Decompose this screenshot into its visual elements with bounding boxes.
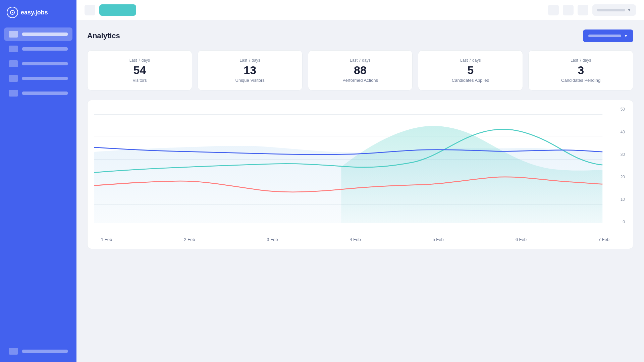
logo[interactable]: easy.jobs bbox=[0, 0, 76, 25]
y-label-10: 10 bbox=[621, 197, 625, 202]
topbar-icon-btn-2[interactable] bbox=[563, 5, 574, 15]
analytics-header: Analytics ▼ bbox=[87, 29, 633, 42]
stat-cards: Last 7 days 54 Visitors Last 7 days 13 U… bbox=[87, 50, 633, 90]
stat-label-3: Candidates Applied bbox=[452, 78, 489, 83]
stat-label-2: Performed Actions bbox=[342, 78, 378, 83]
analytics-period-dropdown[interactable]: ▼ bbox=[583, 29, 633, 42]
stat-label-4: Candidates Pending bbox=[561, 78, 600, 83]
bottom-icon bbox=[9, 348, 18, 355]
sidebar-nav bbox=[0, 25, 76, 103]
pipeline-icon bbox=[9, 75, 18, 82]
x-label-2: 3 Feb bbox=[267, 237, 278, 242]
topbar-active-tab[interactable] bbox=[99, 4, 136, 16]
stat-value-4: 3 bbox=[578, 64, 584, 76]
jobs-icon bbox=[9, 46, 18, 52]
stat-card-visitors: Last 7 days 54 Visitors bbox=[87, 50, 192, 90]
chart-container: 50 40 30 20 10 0 1 Feb 2 Feb 3 Feb 4 Feb… bbox=[87, 100, 633, 249]
y-label-0: 0 bbox=[623, 220, 625, 224]
x-label-3: 4 Feb bbox=[350, 237, 361, 242]
sidebar-item-bottom[interactable] bbox=[4, 345, 72, 358]
x-label-5: 6 Feb bbox=[516, 237, 527, 242]
y-label-20: 20 bbox=[621, 175, 625, 179]
topbar-icon-btn-1[interactable] bbox=[548, 5, 559, 15]
logo-text: easy.jobs bbox=[21, 9, 48, 16]
y-label-40: 40 bbox=[621, 130, 625, 134]
topbar-menu-icon[interactable] bbox=[85, 5, 95, 15]
sidebar-item-settings[interactable] bbox=[4, 86, 72, 100]
stat-period-1: Last 7 days bbox=[240, 58, 260, 63]
sidebar-item-candidates[interactable] bbox=[4, 57, 72, 70]
stat-period-2: Last 7 days bbox=[350, 58, 370, 63]
stat-label-1: Unique Visitors bbox=[235, 78, 265, 83]
topbar-dropdown[interactable]: ▼ bbox=[592, 4, 636, 16]
y-axis-labels: 50 40 30 20 10 0 bbox=[621, 107, 626, 224]
stat-value-2: 88 bbox=[354, 64, 367, 76]
y-label-50: 50 bbox=[621, 107, 625, 112]
logo-icon bbox=[7, 7, 18, 18]
stat-card-candidates-applied: Last 7 days 5 Candidates Applied bbox=[418, 50, 523, 90]
chevron-down-icon: ▼ bbox=[627, 8, 631, 12]
y-label-30: 30 bbox=[621, 152, 625, 157]
stat-value-0: 54 bbox=[133, 64, 146, 76]
x-label-1: 2 Feb bbox=[184, 237, 195, 242]
stat-period-3: Last 7 days bbox=[460, 58, 481, 63]
stat-card-unique-visitors: Last 7 days 13 Unique Visitors bbox=[198, 50, 303, 90]
sidebar-item-dashboard-label bbox=[22, 33, 68, 36]
stat-card-performed-actions: Last 7 days 88 Performed Actions bbox=[308, 50, 413, 90]
x-axis-labels: 1 Feb 2 Feb 3 Feb 4 Feb 5 Feb 6 Feb 7 Fe… bbox=[94, 234, 626, 242]
green-fill bbox=[341, 126, 602, 223]
x-label-0: 1 Feb bbox=[101, 237, 112, 242]
svg-point-1 bbox=[12, 12, 13, 13]
candidates-icon bbox=[9, 60, 18, 67]
sidebar-item-bottom-label bbox=[22, 350, 68, 353]
sidebar-item-settings-label bbox=[22, 92, 68, 95]
topbar: ▼ bbox=[76, 0, 644, 20]
x-label-6: 7 Feb bbox=[598, 237, 609, 242]
sidebar: easy.jobs bbox=[0, 0, 76, 362]
sidebar-item-jobs[interactable] bbox=[4, 42, 72, 56]
x-label-4: 5 Feb bbox=[433, 237, 444, 242]
sidebar-item-pipeline[interactable] bbox=[4, 72, 72, 85]
stat-card-candidates-pending: Last 7 days 3 Candidates Pending bbox=[528, 50, 633, 90]
dropdown-chevron-icon: ▼ bbox=[624, 34, 628, 38]
sidebar-item-dashboard[interactable] bbox=[4, 27, 72, 41]
stat-period-4: Last 7 days bbox=[571, 58, 591, 63]
sidebar-item-jobs-label bbox=[22, 47, 68, 51]
stat-label-0: Visitors bbox=[132, 78, 147, 83]
topbar-icon-btn-3[interactable] bbox=[578, 5, 588, 15]
settings-icon bbox=[9, 90, 18, 97]
sidebar-item-pipeline-label bbox=[22, 77, 68, 80]
chart-inner: 50 40 30 20 10 0 bbox=[94, 107, 626, 234]
main-content: ▼ Analytics ▼ Last 7 days 54 Visitors La… bbox=[76, 0, 644, 362]
sidebar-bottom bbox=[0, 341, 76, 362]
stat-value-3: 5 bbox=[467, 64, 474, 76]
chart-svg bbox=[94, 107, 626, 234]
stat-period-0: Last 7 days bbox=[129, 58, 150, 63]
topbar-dropdown-bar bbox=[597, 9, 625, 11]
page-title: Analytics bbox=[87, 32, 120, 40]
dashboard-icon bbox=[9, 31, 18, 38]
sidebar-item-candidates-label bbox=[22, 62, 68, 65]
content-area: Analytics ▼ Last 7 days 54 Visitors Last… bbox=[76, 20, 644, 362]
dropdown-bar bbox=[588, 35, 621, 37]
stat-value-1: 13 bbox=[244, 64, 256, 76]
